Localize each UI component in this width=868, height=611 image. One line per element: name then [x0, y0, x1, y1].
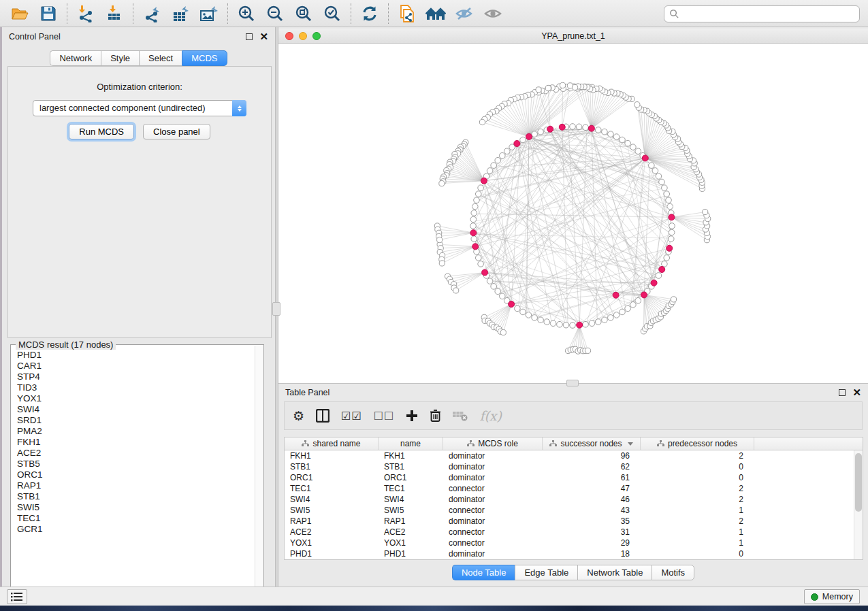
- tab-network[interactable]: Network: [50, 50, 101, 66]
- add-column-icon[interactable]: [406, 410, 418, 422]
- mcds-result-item[interactable]: TEC1: [17, 513, 255, 524]
- table-row[interactable]: ORC1ORC1dominator610: [285, 472, 854, 483]
- cell-name[interactable]: ORC1: [379, 472, 443, 483]
- tab-style[interactable]: Style: [101, 50, 139, 66]
- table-scrollbar[interactable]: [854, 450, 863, 559]
- cell-successor-nodes[interactable]: 18: [543, 548, 641, 559]
- cell-name[interactable]: SWI5: [379, 505, 443, 516]
- mcds-result-item[interactable]: STB5: [17, 459, 255, 469]
- cell-successor-nodes[interactable]: 31: [543, 527, 641, 538]
- table-row[interactable]: PHD1PHD1dominator180: [285, 548, 854, 559]
- optimization-criterion-select[interactable]: largest connected component (undirected): [33, 100, 246, 116]
- cell-predecessor-nodes[interactable]: 2: [641, 494, 754, 505]
- cell-predecessor-nodes[interactable]: 0: [641, 548, 754, 559]
- zoom-in-icon[interactable]: [235, 3, 258, 24]
- search-box[interactable]: [664, 5, 860, 22]
- run-mcds-button[interactable]: Run MCDS: [69, 124, 134, 139]
- cell-predecessor-nodes[interactable]: 0: [641, 472, 754, 483]
- vertical-split-grip[interactable]: [272, 302, 280, 316]
- cell-successor-nodes[interactable]: 35: [543, 516, 641, 527]
- cell-predecessor-nodes[interactable]: 1: [641, 527, 754, 538]
- table-row[interactable]: YOX1YOX1connector291: [285, 538, 854, 548]
- export-table-icon[interactable]: [169, 3, 192, 24]
- network-graph[interactable]: [278, 44, 868, 383]
- mcds-result-list[interactable]: PHD1CAR1STP4TID3YOX1SWI4SRD1PMA2FKH1ACE2…: [12, 346, 255, 596]
- cell-name[interactable]: TEC1: [379, 483, 443, 494]
- zoom-fit-icon[interactable]: [292, 3, 315, 24]
- tab-motifs[interactable]: Motifs: [652, 565, 694, 580]
- close-panel-button[interactable]: Close panel: [143, 124, 210, 139]
- mcds-result-item[interactable]: TID3: [17, 382, 255, 393]
- cell-predecessor-nodes[interactable]: 0: [641, 461, 754, 472]
- mcds-list-scrollbar[interactable]: [255, 346, 263, 596]
- zoom-selected-icon[interactable]: [321, 3, 344, 24]
- cell-predecessor-nodes[interactable]: 2: [641, 483, 754, 494]
- refresh-icon[interactable]: [358, 3, 381, 24]
- mcds-result-item[interactable]: STP4: [17, 371, 255, 382]
- cell-MCDS-role[interactable]: connector: [443, 527, 543, 538]
- cell-shared-name[interactable]: ACE2: [285, 527, 379, 538]
- cell-successor-nodes[interactable]: 61: [543, 472, 641, 483]
- cell-successor-nodes[interactable]: 29: [543, 538, 641, 548]
- cell-predecessor-nodes[interactable]: 2: [641, 516, 754, 527]
- export-network-icon[interactable]: [140, 3, 163, 24]
- mcds-result-item[interactable]: SRD1: [17, 415, 255, 426]
- deselect-all-rows-icon[interactable]: ☐☐: [374, 410, 395, 423]
- cell-MCDS-role[interactable]: dominator: [443, 450, 543, 461]
- cell-MCDS-role[interactable]: dominator: [443, 472, 543, 483]
- cell-predecessor-nodes[interactable]: 1: [641, 538, 754, 548]
- cell-shared-name[interactable]: YOX1: [285, 538, 379, 548]
- export-image-icon[interactable]: [197, 3, 221, 24]
- select-all-rows-icon[interactable]: ☑☑: [341, 410, 362, 423]
- float-table-panel-icon[interactable]: [839, 389, 846, 396]
- mcds-result-item[interactable]: SWI5: [17, 502, 255, 513]
- column-header-shared-name[interactable]: shared name: [285, 437, 379, 450]
- mcds-result-item[interactable]: ORC1: [17, 469, 255, 480]
- network-canvas[interactable]: [278, 44, 868, 383]
- cell-MCDS-role[interactable]: dominator: [443, 548, 543, 559]
- tab-select[interactable]: Select: [139, 50, 182, 66]
- import-table-icon[interactable]: [103, 3, 126, 24]
- cell-shared-name[interactable]: STB1: [285, 461, 379, 472]
- task-history-button[interactable]: [7, 589, 27, 604]
- cell-successor-nodes[interactable]: 47: [543, 483, 641, 494]
- cell-successor-nodes[interactable]: 96: [543, 450, 641, 461]
- mcds-result-item[interactable]: PMA2: [17, 426, 255, 437]
- cell-MCDS-role[interactable]: connector: [443, 538, 543, 548]
- cell-shared-name[interactable]: SWI5: [285, 505, 379, 516]
- cell-name[interactable]: STB1: [379, 461, 443, 472]
- mcds-result-item[interactable]: GCR1: [17, 524, 255, 535]
- table-row[interactable]: SWI5SWI5connector431: [285, 505, 854, 516]
- table-row[interactable]: FKH1FKH1dominator962: [285, 450, 854, 461]
- tab-edge-table[interactable]: Edge Table: [515, 565, 577, 580]
- settings-gear-icon[interactable]: ⚙: [293, 408, 304, 424]
- delete-table-icon[interactable]: [453, 410, 468, 421]
- cell-shared-name[interactable]: RAP1: [285, 516, 379, 527]
- tab-mcds[interactable]: MCDS: [182, 50, 227, 66]
- zoom-out-icon[interactable]: [263, 3, 287, 24]
- mcds-result-item[interactable]: CAR1: [17, 361, 255, 371]
- cell-shared-name[interactable]: ORC1: [285, 472, 379, 483]
- cell-MCDS-role[interactable]: connector: [443, 483, 543, 494]
- memory-button[interactable]: Memory: [804, 589, 860, 604]
- cell-MCDS-role[interactable]: dominator: [443, 461, 543, 472]
- cell-predecessor-nodes[interactable]: 2: [641, 450, 754, 461]
- cell-name[interactable]: FKH1: [379, 450, 443, 461]
- first-neighbors-icon[interactable]: [424, 3, 447, 24]
- table-row[interactable]: ACE2ACE2connector311: [285, 527, 854, 538]
- float-panel-icon[interactable]: [246, 33, 253, 40]
- hide-selected-icon[interactable]: [453, 3, 476, 24]
- function-builder-icon[interactable]: f(x): [479, 408, 502, 423]
- horizontal-split-grip[interactable]: [566, 380, 579, 386]
- cell-shared-name[interactable]: FKH1: [285, 450, 379, 461]
- duplicate-network-icon[interactable]: [396, 3, 419, 24]
- tab-network-table[interactable]: Network Table: [577, 565, 652, 580]
- cell-shared-name[interactable]: PHD1: [285, 548, 379, 559]
- mcds-result-item[interactable]: STB1: [17, 491, 255, 502]
- mcds-result-item[interactable]: ACE2: [17, 448, 255, 459]
- table-row[interactable]: RAP1RAP1dominator352: [285, 516, 854, 527]
- column-header-predecessor-nodes[interactable]: predecessor nodes: [641, 437, 754, 450]
- mcds-result-item[interactable]: SWI4: [17, 404, 255, 415]
- cell-shared-name[interactable]: TEC1: [285, 483, 379, 494]
- cell-MCDS-role[interactable]: dominator: [443, 516, 543, 527]
